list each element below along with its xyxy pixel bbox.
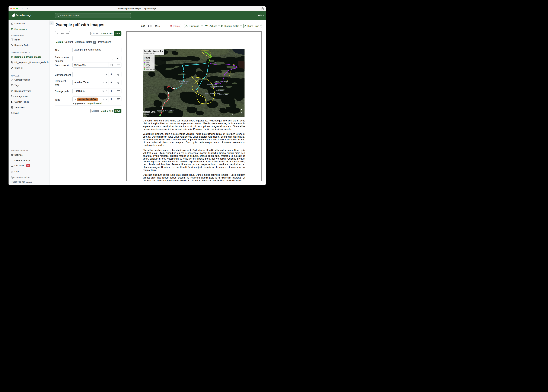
svg-text:3 mi: 3 mi <box>232 114 235 116</box>
svg-text:Gary Island: Gary Island <box>180 82 187 84</box>
svg-text:Indian Grave Island: Indian Grave Island <box>216 81 228 83</box>
svg-text:Day 6: Day 6 <box>146 67 150 68</box>
svg-text:Entry Point 24: Entry Point 24 <box>146 69 155 70</box>
svg-text:Day 5: Day 5 <box>146 65 150 67</box>
svg-text:Lincoln Island: Lincoln Island <box>215 90 224 91</box>
svg-text:Charlies Island: Charlies Island <box>165 110 174 112</box>
svg-text:Boundary Waters Trip: Boundary Waters Trip <box>144 50 164 52</box>
svg-text:Day 1: Day 1 <box>146 58 150 59</box>
svg-text:New York Island: New York Island <box>179 81 189 82</box>
svg-text:Image © 2017 DigitalGlobe: Image © 2017 DigitalGlobe <box>143 116 153 117</box>
svg-text:Squirrel Island: Squirrel Island <box>219 93 228 95</box>
svg-text:Google Earth: Google Earth <box>143 111 156 113</box>
svg-text:Mile Island: Mile Island <box>157 110 164 111</box>
svg-text:Norway Island: Norway Island <box>212 93 220 94</box>
svg-text:Washington Island: Washington Island <box>212 85 223 87</box>
svg-text:Six days in BWCA: Six days in BWCA <box>144 52 155 54</box>
svg-text:Day 2: Day 2 <box>146 60 150 61</box>
svg-text:Day 3: Day 3 <box>146 62 150 63</box>
svg-text:Day 4: Day 4 <box>146 63 150 65</box>
svg-text:© 2017 Google: © 2017 Google <box>143 114 149 115</box>
svg-text:Half Dog Island: Half Dog Island <box>208 84 217 85</box>
svg-text:Text: Text <box>193 89 197 92</box>
svg-text:Hausons Island: Hausons Island <box>215 62 224 64</box>
svg-text:N: N <box>241 111 242 113</box>
